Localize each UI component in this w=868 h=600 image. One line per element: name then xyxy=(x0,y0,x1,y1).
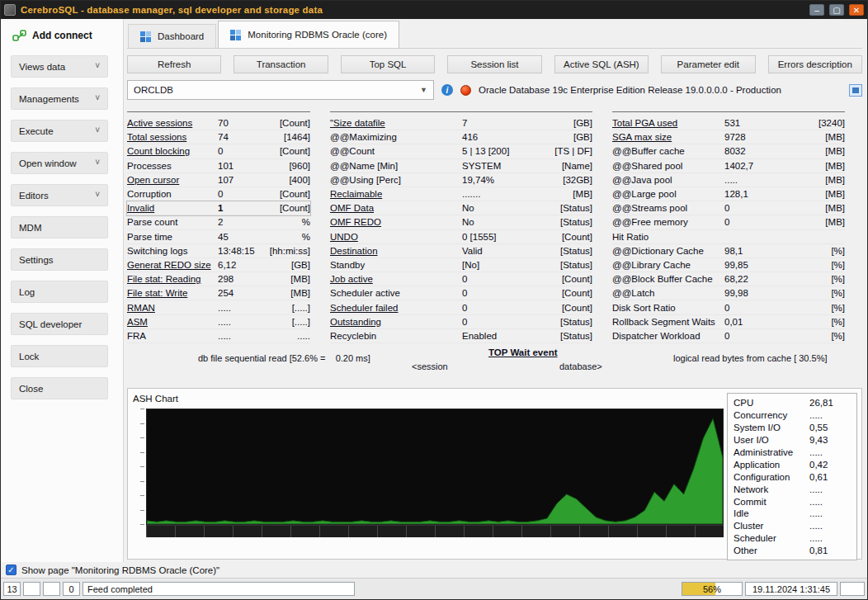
add-connect-label: Add connect xyxy=(32,30,92,41)
metric-row: FRA ..... ..... xyxy=(127,329,310,343)
minimize-button[interactable]: – xyxy=(809,4,824,16)
metric-label[interactable]: File stat: Reading xyxy=(127,274,218,284)
sidebar-item[interactable]: Close ˅ xyxy=(11,377,108,399)
toolbar-button[interactable]: Refresh xyxy=(127,55,221,73)
metric-row: Parse count 2 % xyxy=(127,215,310,229)
metric-unit: [hh:mi:ss] xyxy=(259,246,310,256)
ash-stat-label: User I/O xyxy=(734,435,809,445)
ash-stat-row: CPU 26,81 xyxy=(734,397,851,409)
close-button[interactable]: ✕ xyxy=(849,4,864,16)
metric-label[interactable]: UNDO xyxy=(330,232,462,242)
metric-row: @@Buffer cache 8032 [MB] xyxy=(612,144,845,158)
metric-label[interactable]: Generat REDO size xyxy=(127,260,218,270)
metric-unit: [Name] xyxy=(545,161,592,171)
metric-row: Active sessions 70 [Count] xyxy=(127,116,310,130)
sidebar-item[interactable]: Lock ˅ xyxy=(11,345,108,367)
toolbar-button[interactable]: Errors description xyxy=(768,55,862,73)
metric-row: Processes 101 [960] xyxy=(127,159,310,173)
metric-label[interactable]: File stat: Write xyxy=(127,288,218,298)
sidebar-item[interactable]: Log ˅ xyxy=(11,281,108,303)
toolbar-button[interactable]: Active SQL (ASH) xyxy=(554,55,649,73)
chevron-down-icon: ˅ xyxy=(95,61,100,70)
sidebar-item[interactable]: MDM ˅ xyxy=(11,216,108,239)
toolbar-button[interactable]: Top SQL xyxy=(341,55,435,73)
toolbar-button[interactable]: Parameter edit xyxy=(661,55,755,73)
ash-stat-label: Other xyxy=(734,546,809,555)
ash-stat-label: Idle xyxy=(734,508,809,518)
sidebar-item[interactable]: Managements ˅ xyxy=(11,87,108,110)
add-connect-button[interactable]: Add connect xyxy=(1,19,123,52)
metric-unit: [%] xyxy=(804,331,845,341)
metric-label[interactable]: Open cursor xyxy=(127,175,218,185)
metric-value: 0 [1555] xyxy=(462,232,545,242)
sidebar-item[interactable]: Open window ˅ xyxy=(11,152,108,174)
metric-value: [No] xyxy=(462,260,545,270)
info-icon[interactable]: i xyxy=(441,84,453,96)
sidebar-item[interactable]: Editors ˅ xyxy=(11,184,108,206)
sidebar-item-label: Close xyxy=(19,384,43,394)
metric-unit: [MB] xyxy=(804,217,845,227)
metric-value: 1 xyxy=(218,203,259,213)
metric-label: Dispatcher Workload xyxy=(612,331,724,341)
metric-label[interactable]: Total sessions xyxy=(127,132,218,142)
progress-label: 56% xyxy=(703,584,721,594)
metric-value: 0 xyxy=(462,303,545,313)
tab-bar: Dashboard Monitoring RDBMS Oracle (core) xyxy=(127,19,862,49)
metric-value: 0 xyxy=(218,146,259,156)
metric-label[interactable]: Reclaimable xyxy=(330,189,462,199)
ash-chart-x-axis xyxy=(146,525,724,537)
metric-label[interactable]: OMF Data xyxy=(330,203,462,213)
sidebar-item-label: Editors xyxy=(19,191,49,201)
ash-stat-label: System I/O xyxy=(734,423,809,432)
metric-value: ..... xyxy=(218,303,259,313)
ash-stat-value: ..... xyxy=(809,484,851,494)
metric-unit: [%] xyxy=(804,303,845,313)
sidebar-item[interactable]: SQL developer ˅ xyxy=(11,313,108,335)
monitoring-toolbar: Refresh Transaction Top SQL Session list… xyxy=(127,55,862,73)
metric-label[interactable]: Scheduler failed xyxy=(330,303,462,313)
top-wait-event-link[interactable]: TOP Wait event xyxy=(488,347,558,357)
tab-monitoring-rdbms-oracle[interactable]: Monitoring RDBMS Oracle (core) xyxy=(218,21,399,48)
metric-label: @@Name [Min] xyxy=(330,161,462,171)
metric-unit: [3240] xyxy=(804,118,845,128)
sidebar-item[interactable]: Settings ˅ xyxy=(11,248,108,271)
metric-label[interactable]: Active sessions xyxy=(127,118,218,128)
metric-unit: [MB] xyxy=(804,189,845,199)
metric-label[interactable]: RMAN xyxy=(127,303,218,313)
database-select-value: ORCLDB xyxy=(134,85,173,95)
metric-label[interactable]: "Size datafile xyxy=(330,118,462,128)
toolbar-button[interactable]: Transaction xyxy=(234,55,328,73)
database-select[interactable]: ORCLDB ▼ xyxy=(127,80,434,100)
metric-label[interactable]: Destination xyxy=(330,246,462,256)
ash-stat-value: 0,55 xyxy=(809,423,851,432)
metric-label[interactable]: ASM xyxy=(127,317,218,327)
tab-dashboard[interactable]: Dashboard xyxy=(128,24,216,48)
tab-label: Monitoring RDBMS Oracle (core) xyxy=(248,30,387,40)
show-page-checkbox[interactable]: ✓ xyxy=(6,565,17,575)
expand-window-button[interactable] xyxy=(849,84,862,97)
metric-label[interactable]: Total PGA used xyxy=(612,118,724,128)
metric-label[interactable]: Invalid xyxy=(127,203,218,213)
metric-unit: [Count] xyxy=(259,203,310,213)
sidebar-item[interactable]: Views data ˅ xyxy=(11,55,108,78)
metric-unit: [32GB] xyxy=(545,175,592,185)
maximize-button[interactable]: ▢ xyxy=(829,4,844,16)
ash-stat-label: Application xyxy=(734,460,809,470)
chevron-down-icon: ˅ xyxy=(95,190,100,199)
metric-row: Rollback Segment Waits 0,01 [%] xyxy=(612,315,845,329)
metric-label[interactable]: Outstanding xyxy=(330,317,462,327)
metric-label[interactable]: OMF REDO xyxy=(330,217,462,227)
metric-value: 254 xyxy=(218,288,259,298)
ash-chart-plot[interactable] xyxy=(146,409,724,525)
metric-value: 0 xyxy=(462,274,545,284)
metric-label[interactable]: Job active xyxy=(330,274,462,284)
toolbar-button[interactable]: Session list xyxy=(447,55,541,73)
metric-label[interactable]: Count blocking xyxy=(127,146,218,156)
metric-row: Scheduler failed 0 [Count] xyxy=(330,300,592,314)
ash-stat-value: ..... xyxy=(809,521,851,531)
sidebar-item[interactable]: Execute ˅ xyxy=(11,120,108,142)
metric-label[interactable]: SGA max size xyxy=(612,132,724,142)
metric-label: @@Shared pool xyxy=(612,161,724,171)
metric-unit: [%] xyxy=(804,246,845,256)
ash-stat-row: User I/O 9,43 xyxy=(734,434,851,446)
